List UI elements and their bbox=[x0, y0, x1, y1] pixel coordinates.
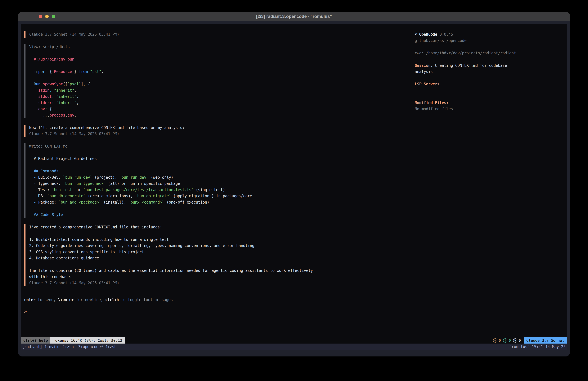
text-segment: Package: bbox=[38, 200, 59, 204]
text-segment: , bbox=[77, 94, 79, 99]
chat-line: Claude 3.7 Sonnet (14 May 2025 03:41 PM) bbox=[29, 31, 408, 38]
text-segment: # Radiant Project Guidelines bbox=[29, 157, 97, 161]
info-circle-icon: i bbox=[503, 338, 507, 343]
diagnostic-count: 0 bbox=[499, 338, 501, 343]
text-segment: `bun run typecheck` bbox=[63, 181, 106, 186]
sidebar-line: Modified Files: bbox=[415, 100, 565, 106]
chat-line: ## Code Style bbox=[29, 212, 408, 218]
text-segment: . bbox=[41, 82, 43, 86]
text-segment: #!/usr/bin/env bun bbox=[29, 57, 74, 62]
text-segment: : bbox=[45, 107, 47, 111]
text-segment: View: script/db.ts bbox=[29, 45, 70, 49]
text-segment: ## Commands bbox=[29, 169, 58, 173]
assistant-message-block: Now I'll create a comprehensive CONTEXT.… bbox=[24, 125, 408, 137]
text-segment bbox=[29, 82, 34, 86]
text-segment: (single test) bbox=[193, 188, 225, 192]
text-segment: (one-off execution) bbox=[164, 200, 209, 204]
text-segment: "inherit" bbox=[56, 101, 77, 105]
text-segment: Claude 3.7 Sonnet (14 May 2025 03:41 PM) bbox=[29, 32, 119, 37]
chat-line: The file is concise (20 lines) and captu… bbox=[29, 268, 408, 274]
text-segment: 0.0.45 bbox=[439, 32, 453, 37]
message-input[interactable]: > bbox=[24, 309, 27, 315]
diagnostic-warnings: w0 bbox=[493, 338, 501, 343]
text-segment bbox=[54, 101, 56, 105]
text-segment: , bbox=[74, 88, 77, 93]
text-segment: `bunx <command>` bbox=[128, 200, 164, 204]
text-segment: ([ bbox=[63, 82, 67, 86]
diagnostic-count: 0 bbox=[519, 338, 521, 343]
text-segment: - bbox=[29, 175, 38, 180]
text-segment: I've created a comprehensive CONTEXT.md … bbox=[29, 225, 162, 229]
text-segment: stdout bbox=[38, 94, 52, 99]
sidebar-line: github.com/sst/opencode bbox=[415, 38, 565, 44]
tmux-window-list[interactable]: [radiant] 1:nvim 2:zsh- 3:opencode* 4:zs… bbox=[22, 344, 117, 349]
text-segment: `bun run dev` bbox=[119, 175, 148, 180]
chat-line: 4. Database operations guidance bbox=[29, 255, 408, 261]
hints-circle-icon: h bbox=[513, 338, 517, 343]
text-segment: `bun db migrate` bbox=[135, 194, 171, 198]
text-segment: Build/Dev: bbox=[38, 175, 63, 180]
sidebar-line: Session: Creating CONTEXT.md for codebas… bbox=[415, 63, 565, 69]
chat-line: Write: CONTEXT.md bbox=[29, 143, 408, 150]
text-segment bbox=[52, 88, 54, 93]
text-segment: `bun test` bbox=[52, 188, 74, 192]
chat-line: View: script/db.ts bbox=[29, 44, 408, 50]
input-hint: enter to send, \+enter for newline, ctrl… bbox=[24, 297, 173, 303]
text-segment: process bbox=[50, 113, 65, 117]
tokens-cost-badge: Tokens: 16.4K (8%), Cost: $0.12 bbox=[50, 337, 125, 344]
text-segment: 3. CSS styling conventions specific to t… bbox=[29, 250, 144, 254]
chat-line: Now I'll create a comprehensive CONTEXT.… bbox=[29, 125, 408, 131]
text-segment: "sst" bbox=[90, 69, 101, 74]
text-segment: Claude 3.7 Sonnet (14 May 2025 03:41 PM) bbox=[29, 281, 119, 285]
text-segment: © OpenCode bbox=[415, 32, 439, 37]
text-segment: - bbox=[29, 194, 38, 198]
text-segment: to send, bbox=[36, 297, 58, 302]
sidebar-line bbox=[415, 75, 565, 81]
tmux-status-bar: [radiant] 1:nvim 2:zsh- 3:opencode* 4:zs… bbox=[21, 344, 567, 350]
text-segment: stdin bbox=[38, 88, 50, 93]
text-segment: (all) or run in specific package bbox=[106, 181, 180, 186]
chat-line: Bun.spawnSync([`psql`], { bbox=[29, 81, 408, 87]
text-segment: ctrl+h bbox=[105, 297, 119, 302]
text-segment: 4. Database operations guidance bbox=[29, 256, 99, 260]
text-segment: Write: CONTEXT.md bbox=[29, 144, 67, 149]
text-segment: (apply migrations) in packages/core bbox=[171, 194, 252, 198]
sidebar-line bbox=[415, 56, 565, 63]
sidebar-info: © OpenCode 0.0.45github.com/sst/opencode… bbox=[415, 31, 565, 112]
chat-line: - Package: `bun add <package>` (install)… bbox=[29, 199, 408, 205]
sidebar-line: No modified files bbox=[415, 106, 565, 112]
chat-line: - Test: `bun test` or `bun test packages… bbox=[29, 187, 408, 193]
sidebar-line: © OpenCode 0.0.45 bbox=[415, 31, 565, 38]
text-segment: No modified files bbox=[415, 107, 453, 111]
chat-line bbox=[29, 261, 408, 268]
chat-area: Claude 3.7 Sonnet (14 May 2025 03:41 PM)… bbox=[24, 31, 408, 292]
hint-line: enter to send, \+enter for newline, ctrl… bbox=[24, 297, 173, 303]
text-segment: 2. Code style guidelines covering import… bbox=[29, 244, 254, 248]
text-segment: (web only) bbox=[148, 175, 173, 180]
text-segment: env bbox=[38, 107, 45, 111]
text-segment: Test: bbox=[38, 188, 52, 192]
chat-line: - Build/Dev: `bun run dev` (project), `b… bbox=[29, 174, 408, 181]
chat-line bbox=[29, 63, 408, 69]
text-segment: "inherit" bbox=[54, 88, 74, 93]
text-segment: `psql` bbox=[67, 82, 81, 86]
chat-line bbox=[29, 205, 408, 212]
sidebar-line bbox=[415, 44, 565, 50]
text-segment: { bbox=[47, 69, 54, 74]
chat-line: 3. CSS styling conventions specific to t… bbox=[29, 249, 408, 255]
chat-line: - DB: `bun db generate` (create migratio… bbox=[29, 193, 408, 199]
text-segment: github.com/sst/opencode bbox=[415, 38, 466, 43]
chat-line: 1. Build/lint/test commands including ho… bbox=[29, 237, 408, 243]
status-bar-left: ctrl+? help Tokens: 16.4K (8%), Cost: $0… bbox=[21, 337, 125, 344]
text-segment: The file is concise (20 lines) and captu… bbox=[29, 268, 313, 273]
text-segment: : bbox=[50, 88, 52, 93]
terminal-window: [2/3] radiant:3:opencode - "romulus" Cla… bbox=[18, 12, 570, 357]
text-segment: 1. Build/lint/test commands including ho… bbox=[29, 237, 169, 242]
text-segment bbox=[29, 69, 34, 74]
text-segment: import bbox=[34, 69, 47, 74]
chat-line: I've created a comprehensive CONTEXT.md … bbox=[29, 224, 408, 230]
text-segment: Claude 3.7 Sonnet (14 May 2025 03:41 PM) bbox=[29, 132, 119, 136]
text-segment bbox=[29, 88, 38, 93]
chat-line: with this codebase. bbox=[29, 274, 408, 280]
text-segment: `bun add <package>` bbox=[58, 200, 101, 204]
